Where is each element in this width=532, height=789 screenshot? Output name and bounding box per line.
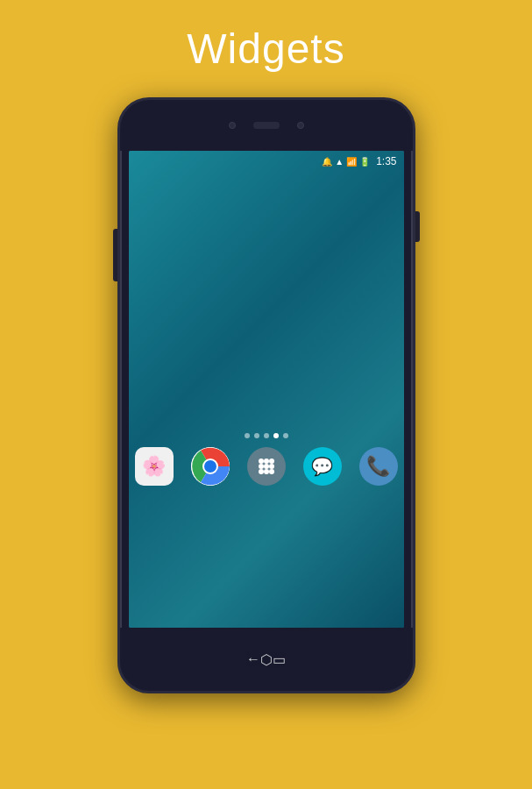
phone-mockup: 🔔 ▲ 📶 🔋 1:35 Google 🎤 — [117, 97, 415, 693]
hangouts-icon: 💬 — [311, 456, 333, 477]
sensor — [297, 122, 304, 129]
nav-dot-3 — [264, 433, 269, 438]
earpiece-speaker — [253, 122, 280, 129]
launcher-app-icon[interactable] — [247, 447, 286, 486]
dots-icon — [256, 456, 277, 477]
svg-point-4 — [264, 458, 269, 464]
nav-dot-5 — [283, 433, 288, 438]
gallery-app-icon[interactable]: 🌸 — [135, 447, 174, 486]
chrome-icon — [191, 447, 230, 486]
svg-point-2 — [204, 460, 216, 473]
nav-dots — [129, 428, 404, 444]
gallery-icon: 🌸 — [142, 455, 166, 478]
svg-point-11 — [269, 469, 274, 474]
notification-icon: 🔔 — [322, 157, 332, 167]
phone-bottom-bar: ← ⬡ ▭ — [120, 628, 413, 691]
phone-screen: 🔔 ▲ 📶 🔋 1:35 Google 🎤 — [129, 151, 404, 628]
recents-button[interactable]: ▭ — [273, 651, 286, 668]
svg-point-7 — [264, 464, 269, 469]
status-icons: 🔔 ▲ 📶 🔋 1:35 — [322, 155, 396, 167]
svg-point-8 — [269, 464, 274, 469]
status-time: 1:35 — [376, 155, 396, 167]
wifi-icon: ▲ — [335, 157, 344, 167]
nav-dot-2 — [254, 433, 259, 438]
volume-button — [113, 229, 117, 281]
phone-body: 🔔 ▲ 📶 🔋 1:35 Google 🎤 — [117, 97, 415, 693]
back-button[interactable]: ← — [246, 651, 260, 667]
power-button — [415, 211, 420, 242]
chrome-app-icon[interactable] — [191, 447, 230, 486]
hangouts-app-icon[interactable]: 💬 — [303, 447, 342, 486]
svg-point-10 — [264, 469, 269, 474]
system-nav: ← ⬡ ▭ — [229, 642, 303, 677]
nav-dot-4-active — [273, 433, 279, 438]
svg-point-6 — [259, 464, 264, 469]
page-title: Widgets — [187, 25, 344, 73]
svg-point-3 — [259, 458, 264, 464]
screen-background — [129, 151, 404, 628]
battery-icon: 🔋 — [359, 157, 370, 167]
status-bar: 🔔 ▲ 📶 🔋 1:35 — [129, 151, 404, 172]
svg-point-5 — [269, 458, 274, 464]
front-camera — [229, 122, 236, 129]
nav-dot-1 — [245, 433, 250, 438]
signal-icon: 📶 — [346, 157, 357, 167]
app-dock: 🌸 — [129, 444, 404, 489]
phone-icon: 📞 — [366, 455, 390, 478]
phone-app-icon[interactable]: 📞 — [359, 447, 398, 486]
phone-top-bar — [120, 100, 413, 151]
home-button[interactable]: ⬡ — [260, 651, 273, 668]
svg-point-9 — [259, 469, 264, 474]
